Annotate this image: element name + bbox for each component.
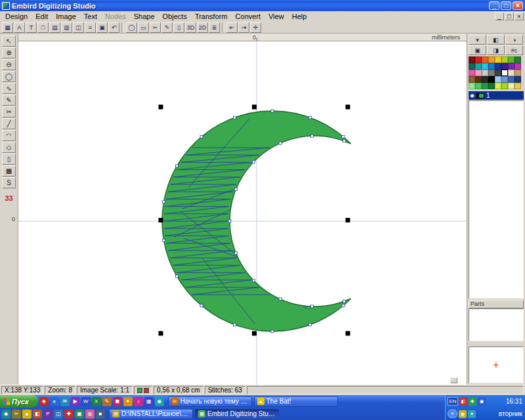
font-select-button[interactable]: A — [14, 22, 25, 33]
menu-text[interactable]: Text — [80, 12, 101, 21]
close-button[interactable]: × — [513, 1, 523, 10]
gradient-view-button[interactable]: ◨ — [487, 45, 505, 55]
palette-color-swatch[interactable] — [475, 76, 482, 83]
text-tool-button[interactable]: T — [26, 22, 37, 33]
palette-color-swatch[interactable] — [501, 70, 508, 76]
palette-color-swatch[interactable] — [495, 70, 501, 76]
save-design-button[interactable]: ◫ — [73, 22, 84, 33]
palette-color-swatch[interactable] — [508, 83, 514, 89]
palette-color-swatch[interactable] — [469, 83, 475, 89]
menu-design[interactable]: Design — [1, 12, 32, 21]
palette-color-swatch[interactable] — [482, 76, 488, 83]
center-design-button[interactable]: ✛ — [250, 22, 261, 33]
palette-color-swatch[interactable] — [469, 76, 475, 83]
minimize-button[interactable]: _ — [489, 1, 499, 10]
view-2d-button[interactable]: 2D — [197, 22, 208, 33]
task-button[interactable]: ▲ The Bat! — [254, 396, 338, 407]
palette-color-swatch[interactable] — [495, 83, 501, 89]
parts-list-area[interactable] — [469, 308, 524, 341]
zoom-out-tool-button[interactable]: ⊖ — [2, 59, 16, 70]
tray-icon[interactable]: ◉ — [459, 410, 467, 418]
menu-image[interactable]: Image — [52, 12, 80, 21]
ellipse-tool-button[interactable]: ◯ — [126, 22, 137, 33]
palette-color-swatch[interactable] — [469, 70, 475, 76]
menu-convert[interactable]: Convert — [232, 12, 265, 21]
quick-launch-icon[interactable]: e — [50, 397, 59, 406]
view-3d-button[interactable]: 3D — [185, 22, 196, 33]
column-tool-button[interactable]: ▯ — [173, 22, 184, 33]
palette-color-swatch[interactable] — [482, 63, 488, 70]
palette-color-swatch[interactable] — [501, 76, 508, 83]
mdi-minimize-button[interactable]: _ — [495, 12, 504, 20]
quick-launch-icon[interactable]: ■ — [96, 410, 105, 419]
maximize-button[interactable]: □ — [501, 1, 511, 10]
quick-launch-icon[interactable]: ◉ — [155, 397, 164, 406]
palette-color-swatch[interactable] — [488, 56, 495, 63]
ellipse-draw-tool-button[interactable]: ◯ — [2, 71, 16, 82]
pen-tool-button[interactable]: ✎ — [161, 22, 173, 33]
palette-color-swatch[interactable] — [475, 56, 482, 63]
quick-launch-icon[interactable]: ♪ — [134, 397, 143, 406]
palette-color-swatch[interactable] — [501, 83, 508, 89]
quick-launch-icon[interactable]: ◫ — [54, 410, 63, 419]
palette-color-swatch[interactable] — [508, 63, 514, 70]
palette-color-swatch[interactable] — [469, 56, 475, 63]
cut-tool-button[interactable]: ✂ — [150, 22, 161, 33]
object-list-area[interactable] — [469, 100, 524, 299]
quick-launch-icon[interactable]: ◈ — [39, 397, 49, 406]
task-button[interactable]: ▤ D:\INSTALL\Разное\Embird — [109, 409, 193, 419]
jump-back-button[interactable]: ⇤ — [226, 22, 238, 33]
task-button[interactable]: ▦ Embird Digitizing Stud... — [195, 409, 279, 419]
palette-color-swatch[interactable] — [495, 76, 501, 83]
quick-launch-icon[interactable]: ✚ — [64, 410, 74, 419]
merge-design-button[interactable]: ▥ — [61, 22, 72, 33]
mdi-close-button[interactable]: × — [514, 12, 524, 20]
knife-tool-button[interactable]: ✂ — [2, 106, 16, 117]
undo-button[interactable]: ↶ — [108, 22, 119, 33]
object-list-row[interactable]: ◉ 1 — [469, 91, 524, 100]
palette-color-swatch[interactable] — [514, 56, 521, 63]
quick-launch-icon[interactable]: X — [92, 397, 101, 406]
visibility-eye-icon[interactable]: ◉ — [470, 93, 474, 98]
quick-launch-icon[interactable]: ▲ — [22, 410, 32, 419]
quick-launch-icon[interactable]: ◧ — [33, 410, 42, 419]
menu-objects[interactable]: Objects — [159, 12, 191, 21]
tray-icon[interactable]: ◧ — [459, 398, 467, 406]
palette-color-swatch[interactable] — [482, 70, 488, 76]
jump-forward-button[interactable]: ⇥ — [238, 22, 249, 33]
palette-color-swatch[interactable] — [488, 63, 495, 70]
menu-transform[interactable]: Transform — [191, 12, 232, 21]
quick-launch-icon[interactable]: ◆ — [1, 410, 10, 419]
swatch-view-button[interactable]: ▣ — [469, 45, 486, 55]
print-design-button[interactable]: ≡ — [85, 22, 96, 33]
quick-launch-icon[interactable]: ✦ — [123, 397, 133, 406]
quick-launch-icon[interactable]: ▦ — [144, 397, 154, 406]
palette-color-swatch[interactable] — [482, 83, 488, 89]
tray-icon[interactable]: ▣ — [478, 398, 486, 406]
node-edit-tool-button[interactable]: ◇ — [2, 142, 16, 153]
hide-icons-chevron[interactable]: « — [448, 410, 457, 418]
palette-dropdown-button[interactable]: ▾ — [469, 35, 486, 45]
thread-code-button[interactable]: #c — [505, 45, 523, 55]
menu-edit[interactable]: Edit — [32, 12, 52, 21]
tray-icon[interactable]: ✚ — [469, 398, 476, 406]
palette-color-swatch[interactable] — [508, 56, 514, 63]
params-button[interactable]: ≣ — [209, 22, 220, 33]
palette-color-swatch[interactable] — [475, 63, 482, 70]
fill-tool-button[interactable]: ▩ — [2, 165, 16, 177]
new-design-button[interactable]: □ — [37, 22, 49, 33]
palette-color-swatch[interactable] — [514, 70, 521, 76]
rect-tool-button[interactable]: ▭ — [138, 22, 149, 33]
menu-view[interactable]: View — [264, 12, 288, 21]
design-canvas[interactable] — [18, 41, 467, 385]
palette-color-swatch[interactable] — [501, 56, 508, 63]
quick-launch-icon[interactable]: ◍ — [85, 410, 94, 419]
menu-help[interactable]: Help — [288, 12, 311, 21]
tray-icon[interactable]: ✦ — [468, 410, 476, 418]
freehand-tool-button[interactable]: ✎ — [2, 94, 16, 106]
palette-color-swatch[interactable] — [488, 70, 495, 76]
palette-color-swatch[interactable] — [514, 83, 521, 89]
quick-launch-icon[interactable]: ✉ — [60, 397, 70, 406]
select-tool-button[interactable]: ↖ — [2, 35, 16, 47]
start-button[interactable]: Пуск — [0, 395, 38, 408]
